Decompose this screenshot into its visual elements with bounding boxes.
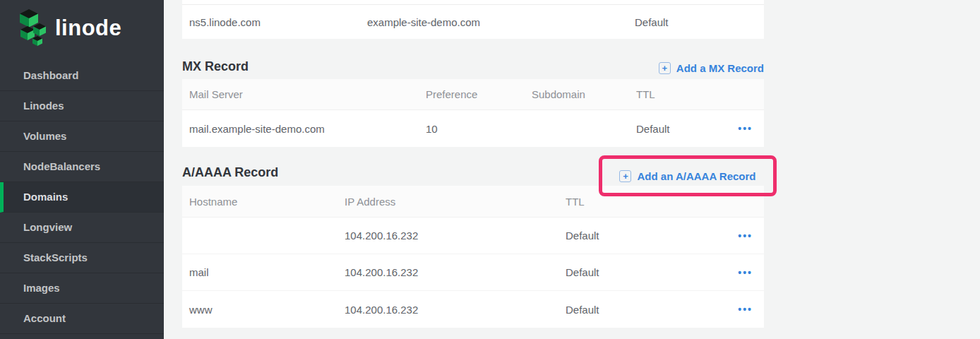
header-subdomain: Subdomain: [525, 88, 629, 100]
aaaa-section-title: A/AAAA Record: [182, 166, 278, 180]
row-actions-ellipsis-icon[interactable]: •••: [738, 230, 764, 242]
row-actions-ellipsis-icon[interactable]: •••: [738, 267, 764, 278]
sidebar: linode Dashboard Linodes Volumes NodeBal…: [0, 0, 164, 339]
ns-record-row-partial: [182, 0, 764, 5]
ns-record-table: ns5.linode.com example-site-demo.com Def…: [182, 0, 764, 39]
annotation-highlight: + Add an A/AAAA Record: [599, 155, 777, 196]
add-mx-record-label: Add a MX Record: [676, 62, 764, 74]
plus-icon: +: [619, 170, 631, 182]
header-ttl: TTL: [629, 88, 764, 100]
logo-wordmark: linode: [55, 14, 121, 39]
cell-ttl: Default: [558, 266, 738, 278]
cell-name-server: ns5.linode.com: [182, 16, 360, 28]
cell-ip-address: 104.200.16.232: [337, 266, 558, 278]
cell-ttl: Default: [558, 304, 738, 316]
mx-table-header: Mail Server Preference Subdomain TTL: [182, 79, 764, 110]
sidebar-item-account[interactable]: Account: [0, 304, 164, 334]
cell-ttl: Default: [629, 123, 738, 135]
cell-ip-address: 104.200.16.232: [337, 230, 558, 242]
add-aaaa-record-button[interactable]: + Add an A/AAAA Record: [619, 170, 755, 182]
table-row: mail.example-site-demo.com 10 Default ••…: [182, 110, 764, 147]
sidebar-item-domains[interactable]: Domains: [0, 182, 164, 213]
sidebar-item-images[interactable]: Images: [0, 273, 164, 304]
header-preference: Preference: [419, 88, 525, 100]
add-aaaa-record-label: Add an A/AAAA Record: [637, 170, 755, 182]
mx-section-header: MX Record + Add a MX Record: [182, 39, 764, 79]
mx-record-table: Mail Server Preference Subdomain TTL mai…: [182, 79, 764, 147]
row-actions-ellipsis-icon[interactable]: •••: [738, 123, 764, 134]
cell-ip-address: 104.200.16.232: [337, 304, 558, 316]
sidebar-item-dashboard[interactable]: Dashboard: [0, 61, 164, 91]
sidebar-item-longview[interactable]: Longview: [0, 213, 164, 243]
cell-preference: 10: [419, 123, 525, 135]
header-hostname: Hostname: [182, 196, 337, 208]
cell-subdomain: example-site-demo.com: [360, 16, 628, 28]
cell-hostname: mail: [182, 266, 337, 278]
mx-section-title: MX Record: [182, 60, 249, 74]
header-ip-address: IP Address: [337, 196, 558, 208]
linode-cubes-icon: [18, 8, 49, 46]
table-row: 104.200.16.232 Default •••: [182, 218, 764, 254]
sidebar-item-linodes[interactable]: Linodes: [0, 91, 164, 121]
row-actions-ellipsis-icon[interactable]: •••: [738, 304, 764, 315]
linode-logo[interactable]: linode: [0, 0, 164, 45]
cell-ttl: Default: [628, 16, 764, 28]
cell-ttl: Default: [558, 230, 738, 242]
header-ttl: TTL: [558, 196, 764, 208]
main-content: ns5.linode.com example-site-demo.com Def…: [164, 0, 980, 339]
aaaa-section-header: A/AAAA Record + Add an A/AAAA Record: [182, 147, 764, 186]
sidebar-item-stackscripts[interactable]: StackScripts: [0, 243, 164, 273]
table-row: ns5.linode.com example-site-demo.com Def…: [182, 5, 764, 39]
sidebar-item-volumes[interactable]: Volumes: [0, 121, 164, 152]
cell-hostname: www: [182, 304, 337, 316]
header-mail-server: Mail Server: [182, 88, 419, 100]
table-row: www 104.200.16.232 Default •••: [182, 291, 764, 328]
page: linode Dashboard Linodes Volumes NodeBal…: [0, 0, 980, 339]
table-row: mail 104.200.16.232 Default •••: [182, 254, 764, 291]
plus-icon: +: [659, 62, 671, 74]
sidebar-item-nodebalancers[interactable]: NodeBalancers: [0, 152, 164, 182]
aaaa-record-table: Hostname IP Address TTL 104.200.16.232 D…: [182, 186, 764, 328]
cell-mail-server: mail.example-site-demo.com: [182, 123, 419, 135]
sidebar-nav: Dashboard Linodes Volumes NodeBalancers …: [0, 61, 164, 334]
add-mx-record-button[interactable]: + Add a MX Record: [659, 62, 764, 74]
